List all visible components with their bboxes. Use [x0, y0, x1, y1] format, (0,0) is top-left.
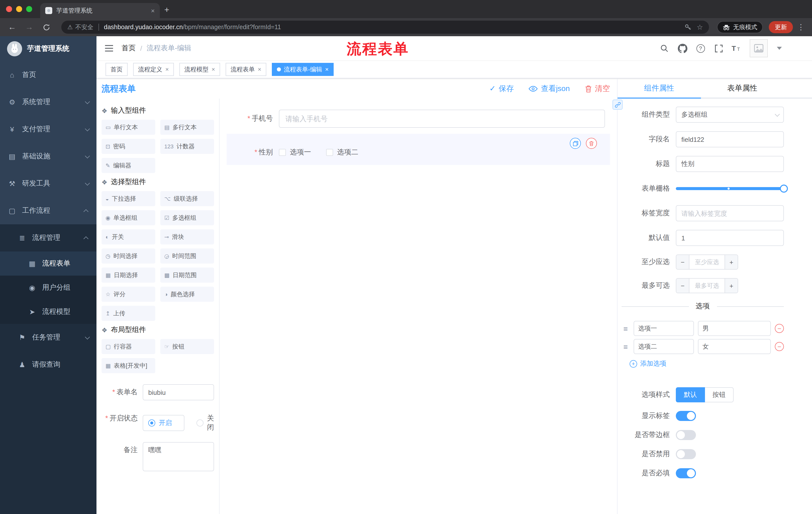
style-default-button[interactable]: 默认 [676, 387, 705, 402]
sidebar-item-process-model[interactable]: ➤ 流程模型 [0, 300, 96, 324]
minimize-window-button[interactable] [16, 6, 22, 12]
form-name-input[interactable] [143, 384, 214, 400]
chip-date-range[interactable]: ▩日期范围 [160, 268, 214, 283]
breadcrumb-home[interactable]: 首页 [122, 44, 136, 53]
address-bar[interactable]: ⚠ 不安全 dashboard.yudao.iocoder.cn /bpm/ma… [61, 21, 709, 34]
component-type-select[interactable]: 多选框组 [676, 107, 784, 123]
avatar[interactable] [750, 39, 768, 57]
max-checked-input[interactable] [689, 279, 725, 293]
remove-option-button[interactable]: − [775, 324, 784, 333]
tab-form-props[interactable]: 表单属性 [701, 78, 784, 98]
link-handle[interactable] [612, 100, 622, 110]
tab-close-icon[interactable]: × [151, 7, 155, 14]
close-window-button[interactable] [6, 6, 12, 12]
sidebar-item-process-mgmt[interactable]: ≣ 流程管理 [0, 224, 96, 251]
checkbox-option-one[interactable]: 选项一 [279, 148, 311, 157]
font-size-button[interactable]: TT [732, 43, 742, 53]
remark-textarea[interactable]: 嘿嘿 [143, 442, 214, 471]
chip-editor[interactable]: ✎编辑器 [102, 158, 155, 173]
tag-close-icon[interactable]: × [325, 66, 329, 73]
remove-option-button[interactable]: − [775, 342, 784, 351]
sidebar-item-user-group[interactable]: ◉ 用户分组 [0, 276, 96, 300]
grid-slider[interactable] [676, 181, 784, 197]
tag-process-form-edit[interactable]: 流程表单-编辑 × [272, 63, 334, 76]
search-button[interactable] [659, 43, 669, 53]
tag-close-icon[interactable]: × [165, 66, 169, 73]
hamburger-button[interactable] [105, 44, 114, 52]
chip-cascader[interactable]: ⌥级联选择 [160, 191, 214, 206]
radio-open[interactable]: 开启 [143, 415, 184, 431]
chip-dropdown-select[interactable]: ◒下拉选择 [102, 191, 155, 206]
delete-widget-button[interactable] [586, 138, 597, 149]
chip-time-picker[interactable]: ◷时间选择 [102, 248, 155, 264]
sidebar-item-process-form[interactable]: ▦ 流程表单 [0, 251, 96, 276]
sidebar-item-leave-query[interactable]: ♟ 请假查询 [0, 351, 96, 378]
show-label-toggle[interactable] [676, 411, 696, 421]
tag-process-definition[interactable]: 流程定义 × [133, 63, 174, 76]
chip-counter[interactable]: 123计数器 [160, 139, 214, 154]
chip-checkbox-group[interactable]: ☑多选框组 [160, 210, 214, 225]
browser-tab[interactable]: 芋道管理系统 × [40, 3, 160, 18]
forward-button[interactable]: → [22, 20, 36, 34]
security-status[interactable]: ⚠ 不安全 [67, 23, 93, 31]
chip-date-picker[interactable]: ▦日期选择 [102, 268, 155, 283]
save-button[interactable]: ✓ 保存 [489, 84, 514, 93]
bookmark-star-icon[interactable]: ☆ [697, 23, 703, 31]
tag-close-icon[interactable]: × [211, 66, 215, 73]
chip-row-container[interactable]: ▢行容器 [102, 339, 155, 354]
radio-closed[interactable]: 关闭 [197, 414, 214, 432]
style-button-button[interactable]: 按钮 [705, 387, 734, 402]
chip-slider[interactable]: ⊸滑块 [160, 229, 214, 244]
drag-handle-icon[interactable]: ≡ [621, 324, 630, 333]
password-key-icon[interactable] [685, 24, 692, 31]
phone-input[interactable] [279, 110, 605, 128]
sidebar-item-infrastructure[interactable]: ▤ 基础设施 [0, 143, 96, 170]
tag-process-form[interactable]: 流程表单 × [226, 63, 266, 76]
chip-password[interactable]: ⊡密码 [102, 139, 155, 154]
label-width-input[interactable] [676, 205, 784, 221]
chip-table-wip[interactable]: ▦表格[开发中] [102, 358, 155, 373]
tag-process-model[interactable]: 流程模型 × [179, 63, 220, 76]
phone-field-row[interactable]: 手机号 [229, 110, 605, 128]
view-json-button[interactable]: 查看json [529, 84, 570, 93]
drag-handle-icon[interactable]: ≡ [621, 342, 630, 351]
increase-button[interactable]: + [725, 255, 737, 269]
tag-close-icon[interactable]: × [258, 66, 261, 73]
increase-button[interactable]: + [725, 279, 737, 293]
field-name-input[interactable] [676, 131, 784, 147]
option-name-input[interactable] [634, 321, 694, 336]
new-tab-button[interactable]: + [160, 3, 174, 17]
tag-home[interactable]: 首页 [106, 63, 127, 76]
add-option-button[interactable]: + 添加选项 [630, 359, 784, 368]
avatar-dropdown-caret[interactable] [777, 47, 782, 50]
sidebar-item-payment[interactable]: ¥ 支付管理 [0, 116, 96, 143]
slider-handle[interactable] [780, 185, 788, 193]
chip-color-picker[interactable]: ◑颜色选择 [160, 287, 214, 302]
sidebar-logo[interactable]: 芋道管理系统 [0, 36, 96, 61]
chip-radio-group[interactable]: ◉单选框组 [102, 210, 155, 225]
option-value-input[interactable] [698, 321, 771, 336]
reload-button[interactable] [39, 20, 53, 34]
sidebar-item-workflow[interactable]: ▢ 工作流程 [0, 197, 96, 224]
chip-single-line-text[interactable]: ▭单行文本 [102, 120, 155, 135]
selected-widget-gender[interactable]: 性别 选项一 选项二 [227, 134, 610, 165]
chip-switch[interactable]: ◐开关 [102, 229, 155, 244]
required-toggle[interactable] [676, 468, 696, 478]
copy-widget-button[interactable] [570, 138, 581, 149]
decrease-button[interactable]: − [676, 279, 689, 293]
option-value-input[interactable] [698, 339, 771, 354]
default-value-input[interactable] [676, 230, 784, 246]
clear-button[interactable]: 清空 [585, 84, 610, 93]
chip-button[interactable]: ☞按钮 [160, 339, 214, 354]
option-name-input[interactable] [634, 339, 694, 354]
min-checked-input[interactable] [689, 255, 725, 269]
checkbox-option-two[interactable]: 选项二 [326, 148, 358, 157]
fullscreen-button[interactable] [714, 43, 724, 53]
chip-multi-line-text[interactable]: ▤多行文本 [160, 120, 214, 135]
sidebar-item-devtools[interactable]: ⚒ 研发工具 [0, 170, 96, 197]
browser-menu-button[interactable]: ⋮ [796, 23, 806, 32]
decrease-button[interactable]: − [676, 255, 689, 269]
title-input[interactable] [676, 156, 784, 172]
chip-rate[interactable]: ☆评分 [102, 287, 155, 302]
form-canvas[interactable]: 手机号 [220, 99, 617, 514]
